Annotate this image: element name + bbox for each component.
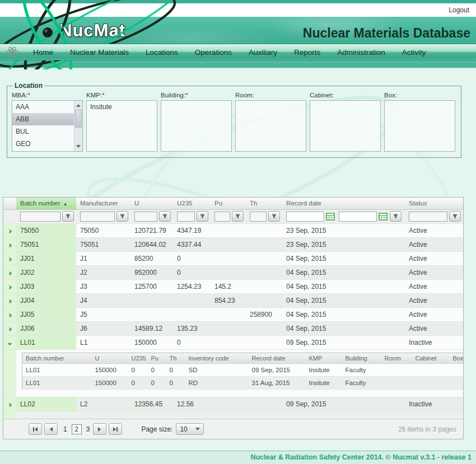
location-field-room: Room: [235, 92, 306, 152]
cabinet-listbox[interactable] [310, 100, 381, 152]
nav-item-auxiliary[interactable]: Auxiliary [240, 48, 286, 57]
previous-page-button[interactable] [44, 423, 58, 435]
status-filter-button[interactable] [449, 211, 461, 222]
record-date-to-calendar-button[interactable] [379, 212, 388, 221]
expand-cell[interactable] [3, 223, 16, 237]
cell-pu: 854.23 [211, 293, 246, 307]
cell-status: Active [405, 293, 463, 307]
expand-icon[interactable] [8, 402, 12, 406]
expand-cell[interactable] [3, 251, 16, 265]
scroll-thumb[interactable] [75, 110, 82, 128]
first-page-button[interactable] [29, 423, 42, 435]
list-item[interactable]: GEO [12, 138, 74, 150]
cell-u: 12356.45 [130, 397, 173, 411]
list-item[interactable]: BUL [12, 125, 74, 138]
cell-pu [211, 321, 246, 335]
expand-icon[interactable] [8, 313, 12, 317]
cell-batch: LL01 [16, 335, 76, 349]
column-header-status[interactable]: Status [405, 198, 463, 209]
expand-icon[interactable] [8, 271, 12, 275]
column-header-record-date[interactable]: Record date [282, 198, 405, 209]
expand-cell[interactable] [3, 293, 16, 307]
list-item-selected[interactable]: ABB [12, 113, 74, 125]
list-item[interactable]: AAA [12, 101, 74, 113]
expand-icon[interactable] [8, 299, 12, 303]
record-date-from-calendar-button[interactable] [326, 212, 335, 221]
batch-filter-button[interactable] [62, 211, 74, 222]
list-item[interactable]: Insitute [87, 101, 157, 113]
expand-icon[interactable] [8, 327, 12, 331]
last-page-button[interactable] [109, 423, 122, 435]
cell-record-date: 23 Sep, 2015 [282, 237, 405, 251]
record-date-filter-button[interactable] [390, 211, 402, 222]
nav-item-reports[interactable]: Reports [286, 48, 329, 57]
app-header: NucMat Nuclear Materials Database [0, 17, 476, 44]
page-size-dropdown[interactable]: 10 [176, 423, 204, 435]
main-nav: Home Nuclear Materials Locations Operati… [0, 44, 476, 60]
nav-item-home[interactable]: Home [25, 48, 62, 57]
nav-item-administration[interactable]: Administration [329, 48, 394, 57]
u-filter-button[interactable] [159, 211, 171, 222]
collapse-cell[interactable] [3, 335, 16, 349]
cell-batch: JJ05 [16, 307, 76, 321]
status-filter-input[interactable] [409, 212, 447, 222]
record-date-to-input[interactable] [339, 212, 377, 222]
next-page-button[interactable] [93, 423, 106, 435]
expand-cell[interactable] [3, 307, 16, 321]
expand-cell[interactable] [3, 397, 16, 411]
column-header-manufacturer[interactable]: Manufacturer [76, 198, 130, 209]
nav-item-nuclear-materials[interactable]: Nuclear Materials [62, 48, 137, 57]
record-date-from-input[interactable] [286, 212, 324, 222]
cell-u [130, 307, 173, 321]
building-listbox[interactable] [161, 100, 232, 152]
column-header-th[interactable]: Th [246, 198, 282, 209]
u235-filter-button[interactable] [197, 211, 208, 222]
expand-icon[interactable] [8, 285, 12, 289]
batch-filter-input[interactable] [20, 212, 60, 222]
cell-batch: JJ06 [16, 321, 76, 335]
column-header-pu[interactable]: Pu [211, 198, 246, 209]
column-header-u[interactable]: U [130, 198, 173, 209]
manufacturer-filter-button[interactable] [116, 211, 128, 222]
scroll-down-icon[interactable] [74, 143, 82, 150]
logout-link[interactable]: Logout [449, 6, 469, 14]
expand-icon[interactable] [8, 229, 12, 233]
page-number-2-current[interactable]: 2 [72, 424, 82, 434]
box-listbox[interactable] [384, 100, 455, 152]
required-marker: * [185, 92, 188, 99]
list-item[interactable]: KAZ [12, 150, 74, 152]
expand-cell[interactable] [3, 237, 16, 251]
kmp-listbox[interactable]: Insitute [86, 100, 157, 152]
detail-sub-table: Batch number U U235 Pu Th Inventory code… [22, 353, 463, 390]
nav-item-locations[interactable]: Locations [137, 48, 186, 57]
nav-item-operations[interactable]: Operations [186, 48, 240, 57]
expand-cell[interactable] [3, 279, 16, 293]
pu-filter-button[interactable] [232, 211, 244, 222]
location-field-building: Building:* [161, 92, 232, 152]
materials-grid: Batch number▲ Manufacturer U U235 Pu Th … [3, 197, 464, 439]
th-filter-button[interactable] [268, 211, 280, 222]
page-number-3[interactable]: 3 [86, 425, 90, 433]
mba-scrollbar[interactable] [74, 101, 82, 151]
cell-pu [211, 307, 246, 321]
mba-listbox[interactable]: AAA ABB BUL GEO KAZ [12, 100, 83, 152]
cell-batch: JJ03 [16, 279, 76, 293]
room-listbox[interactable] [235, 100, 306, 152]
expand-icon[interactable] [8, 257, 12, 261]
u235-filter-input[interactable] [177, 212, 195, 222]
expand-cell[interactable] [3, 321, 16, 335]
page-number-1[interactable]: 1 [63, 425, 67, 433]
u-filter-input[interactable] [134, 212, 157, 222]
manufacturer-filter-input[interactable] [80, 212, 115, 222]
th-filter-input[interactable] [250, 212, 267, 222]
expand-cell[interactable] [3, 265, 16, 279]
cell-status: Active [405, 279, 463, 293]
column-header-batch-number[interactable]: Batch number▲ [16, 198, 76, 209]
collapse-icon[interactable] [8, 341, 12, 345]
expand-icon[interactable] [8, 243, 12, 247]
scroll-up-icon[interactable] [74, 102, 82, 109]
pagination-bar: 1 2 3 Page size: 10 26 items in 3 pages [3, 419, 463, 439]
column-header-u235[interactable]: U235 [173, 198, 211, 209]
pu-filter-input[interactable] [214, 212, 230, 222]
nav-item-activity[interactable]: Activity [394, 48, 435, 57]
